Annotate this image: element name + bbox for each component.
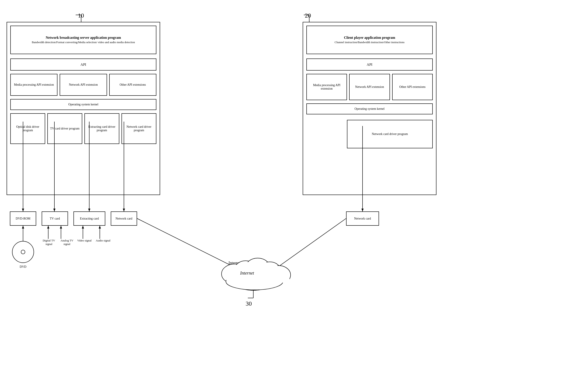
client-api-box: API: [306, 58, 433, 71]
digital-tv-signal: Digital TV signal: [40, 239, 58, 246]
client-os-box: Operating system kernel: [306, 103, 433, 114]
analog-tv-signal: Analog TV signal: [58, 239, 76, 246]
server-drivers-row: Optical disk driver program TV card driv…: [10, 113, 156, 144]
client-api-label: API: [367, 63, 372, 67]
server-ext2: Network API extension: [60, 74, 107, 96]
client-app-title: Client player application program: [344, 36, 395, 40]
svg-marker-15: [88, 209, 90, 211]
svg-rect-40: [226, 272, 289, 283]
ref-20: 20: [305, 12, 311, 19]
server-outer-box: Network broadcasting server application …: [7, 22, 160, 195]
client-ext1: Media processing API extension: [306, 74, 347, 100]
dvd-label: DVD: [12, 265, 34, 269]
internet-text: Internet: [240, 271, 254, 276]
server-ext1: Media processing API extension: [10, 74, 58, 96]
svg-marker-13: [60, 226, 62, 229]
dvd-disc: [12, 241, 34, 263]
svg-marker-19: [99, 226, 101, 229]
internet-label: Internet: [216, 261, 253, 265]
server-app-title: Network broadcasting server application …: [46, 36, 121, 40]
server-hw4: Network card: [111, 211, 137, 226]
client-os-label: Operating system kernel: [355, 107, 385, 111]
svg-point-37: [267, 267, 290, 284]
svg-point-30: [267, 266, 291, 284]
server-app-box: Network broadcasting server application …: [10, 26, 156, 54]
svg-line-22: [137, 218, 235, 267]
client-drv: Network card driver program: [347, 120, 433, 148]
client-ext3: Other API extensions: [392, 74, 433, 100]
svg-point-29: [259, 262, 281, 279]
svg-marker-17: [82, 226, 84, 229]
client-ext2: Network API extension: [349, 74, 390, 100]
svg-marker-24: [361, 209, 364, 211]
server-hw2: TV card: [42, 211, 68, 226]
client-hw: Network card: [346, 211, 379, 226]
svg-rect-38: [226, 276, 290, 289]
audio-signal: Audio signal: [95, 239, 111, 242]
svg-marker-7: [22, 226, 24, 229]
ref-10: 10: [78, 12, 84, 19]
svg-marker-21: [123, 209, 125, 211]
svg-marker-5: [22, 209, 24, 211]
server-ext3: Other API extensions: [109, 74, 156, 96]
server-os-label: Operating system kernel: [68, 103, 99, 106]
client-outer-box: Client player application program Channe…: [303, 22, 437, 195]
svg-point-39: [226, 273, 283, 290]
server-os-box: Operating system kernel: [10, 99, 156, 110]
svg-point-36: [259, 263, 280, 279]
dvd-inner-circle: [21, 250, 25, 254]
video-signal: Video signal: [77, 239, 92, 242]
client-app-desc: Channel instruction/Bandwidth instructio…: [335, 40, 405, 44]
server-drv1: Optical disk driver program: [10, 113, 45, 144]
server-drv2: TV card driver program: [47, 113, 82, 144]
svg-marker-11: [47, 226, 49, 229]
server-app-desc: Bandwidth detection/Format converting/Me…: [32, 40, 135, 44]
server-hw3: Extracting card: [73, 211, 105, 226]
ref-30: 30: [246, 300, 252, 307]
svg-marker-9: [53, 209, 56, 211]
server-api-label: API: [81, 63, 86, 67]
client-extensions-row: Media processing API extension Network A…: [306, 74, 433, 100]
server-extensions-row: Media processing API extension Network A…: [10, 74, 156, 96]
server-drv3: Extracting card driver program: [84, 113, 119, 144]
server-api-box: API: [10, 58, 156, 71]
svg-line-25: [277, 218, 346, 267]
server-hw1: DVD-ROM: [10, 211, 36, 226]
server-drv4: Network card driver program: [122, 113, 156, 144]
client-app-box: Client player application program Channe…: [306, 26, 433, 54]
diagram: 10 20 Network broadcasting server applic…: [0, 0, 588, 383]
